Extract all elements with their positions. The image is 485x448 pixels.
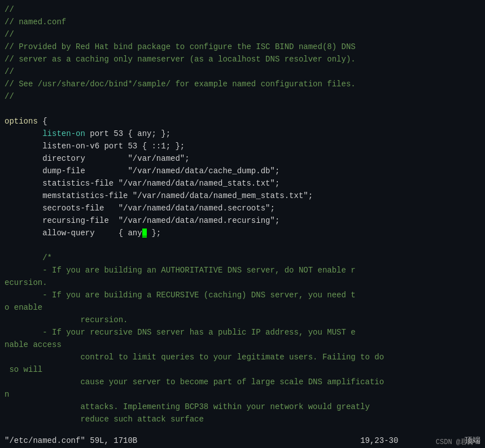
line-13: directory "/var/named";	[0, 152, 485, 165]
line-1: //	[0, 3, 485, 16]
line-15: statistics-file "/var/named/data/named_s…	[0, 177, 485, 190]
line-34: reduce such attack surface	[0, 413, 485, 425]
line-20	[0, 239, 485, 252]
line-23: ecursion.	[0, 276, 485, 289]
line-16: memstatistics-file "/var/named/data/name…	[0, 190, 485, 202]
line-19: allow-query { any_ };	[0, 227, 485, 239]
line-11: listen-on port 53 { any; };	[0, 128, 485, 140]
line-28: nable access	[0, 339, 485, 351]
line-10: options {	[0, 115, 485, 128]
text-cursor: _	[142, 229, 147, 238]
line-12: listen-on-v6 port 53 { ::1; };	[0, 140, 485, 152]
line-6: //	[0, 65, 485, 78]
line-33: attacks. Implementing BCP38 within your …	[0, 401, 485, 413]
code-area: // // named.conf // // Provided by Red H…	[0, 2, 485, 427]
line-30: so will	[0, 363, 485, 376]
line-29: control to limit queries to your legitim…	[0, 351, 485, 363]
line-8: //	[0, 90, 485, 103]
line-26: recursion.	[0, 314, 485, 326]
line-21: /*	[0, 252, 485, 264]
line-14: dump-file "/var/named/data/cache_dump.db…	[0, 165, 485, 177]
line-5: // server as a caching only nameserver (…	[0, 53, 485, 65]
line-31: cause your server to become part of larg…	[0, 376, 485, 388]
line-17: secroots-file "/var/named/data/named.sec…	[0, 202, 485, 214]
line-24: - If you are building a RECURSIVE (cachi…	[0, 289, 485, 301]
watermark: CSDN @君衍丷	[436, 437, 480, 447]
line-3: //	[0, 28, 485, 41]
line-25: o enable	[0, 301, 485, 314]
line-2: // named.conf	[0, 16, 485, 28]
line-4: // Provided by Red Hat bind package to c…	[0, 41, 485, 53]
terminal: // // named.conf // // Provided by Red H…	[0, 0, 485, 448]
status-left: "/etc/named.conf" 59L, 1710B	[5, 434, 137, 447]
line-27: - If your recursive DNS server has a pub…	[0, 326, 485, 339]
line-32: n	[0, 388, 485, 401]
line-9	[0, 103, 485, 115]
line-7: // See /usr/share/doc/bind*/sample/ for …	[0, 78, 485, 90]
line-22: - If you are building an AUTHORITATIVE D…	[0, 264, 485, 276]
status-bar: "/etc/named.conf" 59L, 1710B 19,23-30 顶端	[0, 433, 485, 448]
line-18: recursing-file "/var/named/data/named.re…	[0, 214, 485, 227]
